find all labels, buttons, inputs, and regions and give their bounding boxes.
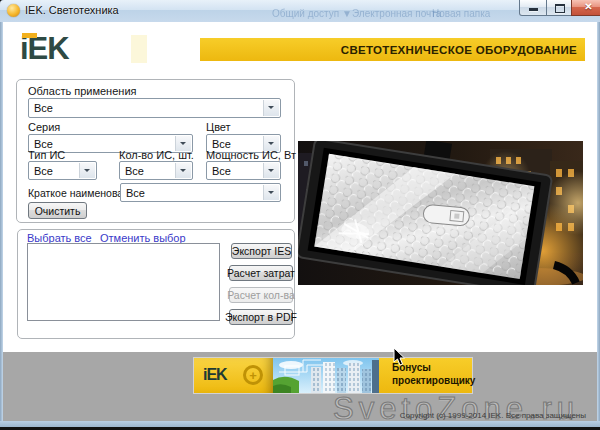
selected-value: Все — [212, 162, 231, 179]
selected-value: Все — [34, 99, 53, 117]
title-bar[interactable]: IEK. Светотехника Общий доступ ▼ Электро… — [0, 0, 600, 23]
short-name-select[interactable]: Все — [120, 183, 281, 202]
cost-calc-button[interactable]: Расчет затрат — [229, 265, 293, 281]
chevron-down-icon — [79, 163, 95, 178]
window-title: IEK. Светотехника — [25, 4, 119, 16]
application-area-label: Область применения — [28, 85, 137, 97]
iek-logo-text: iEK — [20, 31, 69, 66]
iek-plus-logo: iEK — [203, 366, 227, 384]
selected-value: Все — [34, 162, 53, 179]
lamp-count-label: Кол-во ИС, шт. — [119, 149, 194, 161]
chevron-down-icon — [263, 163, 279, 178]
selected-value: Все — [125, 162, 144, 179]
floodlight-image — [298, 141, 583, 285]
color-label: Цвет — [206, 121, 231, 133]
chevron-down-icon — [263, 100, 279, 116]
lamp-power-label: Мощность ИС, Вт — [206, 149, 296, 161]
export-pdf-button[interactable]: Экспорт в PDF — [229, 309, 293, 325]
lamp-type-label: Тип ИС — [28, 149, 65, 161]
application-area-select[interactable]: Все — [28, 98, 281, 118]
chevron-down-icon — [263, 185, 279, 200]
mouse-cursor-icon — [393, 347, 406, 366]
maximize-button[interactable] — [546, 0, 572, 16]
lamp-type-select[interactable]: Все — [28, 161, 97, 180]
decorative-strip — [131, 35, 147, 63]
quantity-calc-button: Расчет кол-ва — [229, 287, 293, 303]
background-toolbar-item: Общий доступ ▼ — [272, 8, 352, 19]
header-banner-text: СВЕТОТЕХНИЧЕСКОЕ ОБОРУДОВАНИЕ — [341, 44, 577, 56]
product-photo — [298, 141, 583, 285]
product-list[interactable] — [27, 243, 220, 321]
iek-app-icon — [7, 4, 20, 17]
chevron-down-icon — [175, 163, 191, 178]
promo-text-line2: проектировщику — [392, 375, 475, 386]
background-toolbar-item: Новая папка — [432, 8, 490, 19]
promo-banner[interactable]: iEK + — [194, 358, 472, 393]
copyright-text: Copyright (c) 1999-2014 IEK. Все права з… — [400, 411, 586, 420]
background-toolbar-item: Электронная почта — [352, 8, 441, 19]
watermark: SvetoZone.ru — [333, 391, 579, 427]
lamp-power-select[interactable]: Все — [206, 161, 281, 180]
lamp-count-select[interactable]: Все — [119, 161, 193, 180]
iek-logo: iEK — [20, 31, 69, 67]
series-label: Серия — [28, 121, 60, 133]
selected-value: Все — [126, 184, 145, 201]
close-button[interactable] — [571, 0, 600, 16]
clear-button[interactable]: Очистить — [28, 202, 87, 219]
minimize-button[interactable] — [519, 0, 547, 16]
plus-icon: + — [243, 365, 263, 385]
export-ies-button[interactable]: Экспорт IES — [231, 243, 292, 259]
screen: IEK. Светотехника Общий доступ ▼ Электро… — [0, 0, 600, 430]
application-window: IEK. Светотехника Общий доступ ▼ Электро… — [0, 0, 600, 427]
promo-logo-section: iEK + — [194, 358, 273, 393]
header-banner: СВЕТОТЕХНИЧЕСКОЕ ОБОРУДОВАНИЕ — [200, 38, 585, 61]
promo-city-illustration — [273, 358, 379, 393]
